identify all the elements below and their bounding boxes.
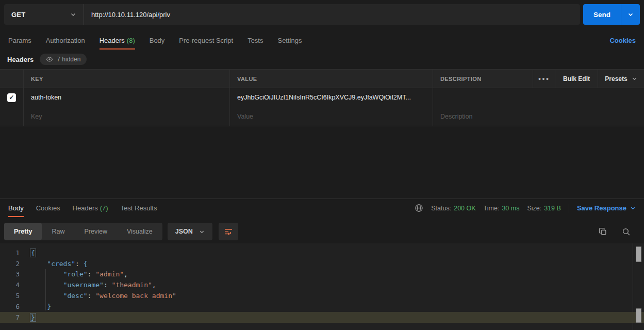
- headers-title: Headers: [7, 56, 34, 63]
- headers-subheader: Headers 7 hidden: [7, 52, 87, 67]
- code-token: ,: [152, 281, 156, 289]
- key-cell[interactable]: auth-token: [24, 88, 230, 107]
- response-tab-headers[interactable]: Headers (7): [73, 199, 108, 217]
- code-token: {: [30, 249, 36, 257]
- column-value: VALUE: [237, 76, 257, 82]
- value-input[interactable]: Value: [230, 107, 433, 126]
- view-pretty[interactable]: Pretty: [4, 223, 42, 240]
- code-token: "role": [63, 270, 88, 278]
- response-body-editor[interactable]: 1{2 "creds": {3 "role": "admin",4 "usern…: [0, 243, 644, 330]
- format-dropdown[interactable]: JSON: [168, 223, 212, 240]
- wrap-text-button[interactable]: [219, 223, 238, 240]
- tab-label: Cookies: [36, 204, 60, 212]
- code-lines: 1{2 "creds": {3 "role": "admin",4 "usern…: [0, 248, 644, 323]
- code-token: "creds": [47, 260, 75, 268]
- method-select[interactable]: GET: [4, 4, 84, 25]
- chevron-down-icon: [199, 229, 205, 235]
- tab-headers[interactable]: Headers (8): [100, 31, 135, 50]
- presets-dropdown[interactable]: Presets: [598, 70, 644, 88]
- table-row-empty: Key Value Description: [0, 107, 644, 126]
- code-line[interactable]: 1{: [0, 248, 644, 258]
- description-input[interactable]: Description: [433, 107, 644, 126]
- hidden-headers-toggle[interactable]: 7 hidden: [40, 54, 87, 65]
- line-number: 1: [0, 249, 24, 257]
- value-cell[interactable]: eyJhbGciOiJIUzI1NiIsInR5cCI6IkpXVCJ9.eyJ…: [230, 88, 433, 107]
- send-options-button[interactable]: [621, 4, 640, 25]
- chevron-down-icon: [70, 11, 76, 18]
- response-tab-body[interactable]: Body: [8, 199, 24, 217]
- table-header-row: KEY VALUE DESCRIPTION ●●● Bulk Edit Pres…: [0, 69, 644, 88]
- globe-icon[interactable]: [415, 204, 423, 212]
- code-token: [31, 292, 63, 300]
- code-line-content: {: [31, 249, 35, 257]
- line-number: 7: [0, 314, 24, 321]
- code-line[interactable]: 6 }: [0, 301, 644, 312]
- chevron-down-icon: [632, 76, 637, 81]
- send-button-group: Send: [583, 4, 640, 25]
- copy-icon[interactable]: [599, 227, 607, 236]
- description-cell[interactable]: [433, 88, 644, 107]
- response-status: Status: 200 OK: [431, 205, 475, 212]
- view-label: Visualize: [127, 228, 153, 235]
- code-token: [31, 281, 63, 289]
- row-checkbox-cell: [0, 107, 24, 126]
- format-label: JSON: [175, 228, 193, 235]
- response-tab-test-results[interactable]: Test Results: [121, 199, 157, 217]
- size-label: Size:: [527, 205, 541, 212]
- request-tabs: Params Authorization Headers (8) Body Pr…: [0, 31, 644, 50]
- key-value: auth-token: [31, 94, 61, 101]
- url-input[interactable]: http://10.10.11.120/api/priv: [84, 4, 580, 25]
- response-size: Size: 319 B: [527, 205, 560, 212]
- scrollbar-thumb[interactable]: [636, 246, 641, 262]
- key-placeholder: Key: [31, 113, 42, 120]
- response-tab-cookies[interactable]: Cookies: [36, 199, 60, 217]
- code-line[interactable]: 2 "creds": {: [0, 258, 644, 269]
- code-line[interactable]: 5 "desc": "welcome back admin": [0, 290, 644, 301]
- view-visualize[interactable]: Visualize: [117, 223, 162, 240]
- code-line-content: "creds": {: [31, 260, 88, 268]
- presets-label: Presets: [605, 75, 627, 82]
- code-token: "welcome back admin": [95, 292, 176, 300]
- tab-pre-request-script[interactable]: Pre-request Script: [179, 31, 233, 50]
- tab-body[interactable]: Body: [150, 31, 165, 50]
- scrollbar-thumb[interactable]: [636, 308, 641, 323]
- chevron-down-icon: [628, 11, 634, 18]
- indent-guide: [45, 269, 46, 310]
- status-label: Status:: [431, 205, 451, 212]
- more-actions-button[interactable]: ●●●: [533, 70, 555, 88]
- line-number: 5: [0, 292, 24, 300]
- key-input[interactable]: Key: [24, 107, 230, 126]
- value-placeholder: Value: [237, 113, 253, 120]
- code-line[interactable]: 7}: [0, 312, 644, 323]
- view-raw[interactable]: Raw: [42, 223, 74, 240]
- code-line[interactable]: 3 "role": "admin",: [0, 269, 644, 280]
- table-row: auth-token eyJhbGciOiJIUzI1NiIsInR5cCI6I…: [0, 88, 644, 107]
- view-preview[interactable]: Preview: [74, 223, 117, 240]
- tab-settings[interactable]: Settings: [277, 31, 302, 50]
- save-response-button[interactable]: Save Response: [577, 204, 636, 212]
- response-toolbar: Pretty Raw Preview Visualize JSON: [4, 223, 640, 240]
- tab-label: Settings: [277, 37, 302, 44]
- more-actions-icon: ●●●: [538, 76, 550, 81]
- time-value: 30 ms: [502, 205, 519, 212]
- search-icon[interactable]: [622, 227, 631, 236]
- code-line-content: }: [31, 314, 35, 321]
- cookies-link[interactable]: Cookies: [609, 31, 636, 50]
- view-label: Pretty: [14, 228, 32, 235]
- column-key: KEY: [31, 76, 43, 82]
- code-token: [31, 260, 47, 268]
- tab-count: (8): [127, 37, 135, 44]
- code-line[interactable]: 4 "username": "theadmin",: [0, 279, 644, 290]
- code-token: "theadmin": [112, 281, 152, 289]
- tab-tests[interactable]: Tests: [247, 31, 263, 50]
- row-checkbox[interactable]: [7, 93, 16, 102]
- send-button[interactable]: Send: [583, 4, 621, 25]
- tab-authorization[interactable]: Authorization: [46, 31, 85, 50]
- code-token: [31, 270, 63, 278]
- scrollbar-track: [633, 243, 633, 330]
- code-token: [31, 303, 47, 310]
- tab-label: Headers: [73, 204, 98, 212]
- tab-params[interactable]: Params: [8, 31, 31, 50]
- view-label: Raw: [52, 228, 64, 235]
- bulk-edit-button[interactable]: Bulk Edit: [555, 70, 598, 88]
